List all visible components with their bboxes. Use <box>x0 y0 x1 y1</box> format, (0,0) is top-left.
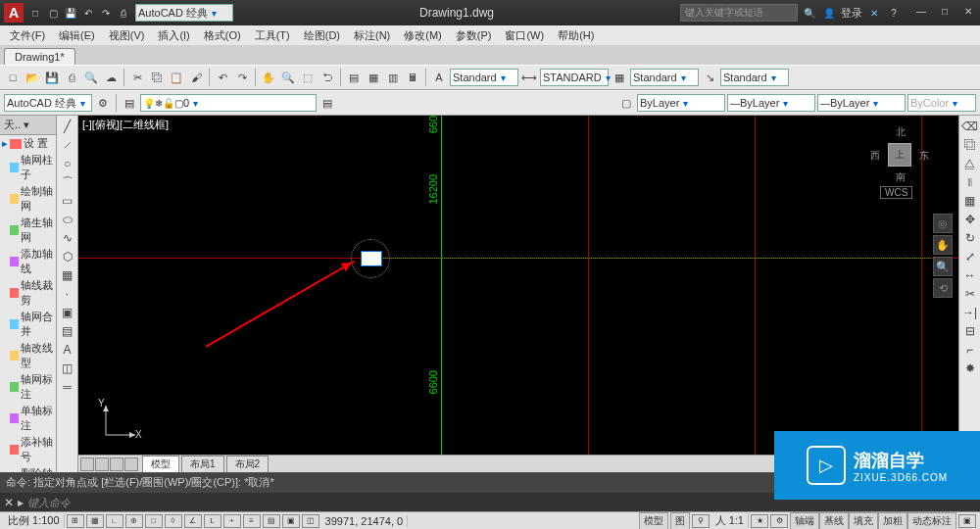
region-icon[interactable]: ◫ <box>59 360 76 377</box>
print-icon[interactable]: ⎙ <box>116 5 131 21</box>
text-style-combo[interactable]: Standard <box>450 69 518 86</box>
save-icon[interactable]: 💾 <box>63 5 78 21</box>
command-input[interactable]: 键入命令 <box>27 496 71 510</box>
menu-item[interactable]: 窗口(W) <box>499 26 550 45</box>
ellipse-icon[interactable]: ⬭ <box>59 211 76 228</box>
spline-icon[interactable]: ∿ <box>59 229 76 247</box>
otrack-toggle[interactable]: ∠ <box>184 514 202 528</box>
panel-title[interactable]: 天.. ▾ <box>0 116 56 135</box>
menu-item[interactable]: 文件(F) <box>4 26 51 45</box>
status-mode-button[interactable]: 加粗 <box>878 512 907 530</box>
user-icon[interactable]: 👤 <box>821 5 837 21</box>
menu-item[interactable]: 格式(O) <box>198 26 247 45</box>
viewcube-east[interactable]: 东 <box>919 149 929 163</box>
app-logo[interactable]: A <box>4 3 24 23</box>
nav-zoom-icon[interactable]: 🔍 <box>933 257 953 276</box>
menu-item[interactable]: 帮助(H) <box>552 26 600 45</box>
annotation-scale[interactable]: 人 1:1 <box>711 513 749 528</box>
ducs-toggle[interactable]: L <box>204 514 221 528</box>
redo-icon[interactable]: ↷ <box>233 69 251 86</box>
menu-item[interactable]: 工具(T) <box>249 26 296 45</box>
offset-icon[interactable]: ⫴ <box>961 173 979 191</box>
drawing-viewport[interactable]: [-][俯视][二维线框] 660 16200 6600 北 西 上 东 南 W… <box>78 116 958 472</box>
mleader-style-combo[interactable]: Standard <box>720 69 789 86</box>
search-input[interactable]: 键入关键字或短语 <box>680 4 798 22</box>
menu-item[interactable]: 编辑(E) <box>53 26 101 45</box>
qp-toggle[interactable]: ▣ <box>282 514 300 528</box>
status-mode-button[interactable]: 动态标注 <box>907 512 956 530</box>
layer-manager-icon[interactable]: ▤ <box>121 94 138 112</box>
undo-icon[interactable]: ↶ <box>214 69 231 86</box>
open-file-icon[interactable]: 📂 <box>24 69 41 86</box>
table-style-combo[interactable]: Standard <box>630 69 699 86</box>
paste-icon[interactable]: 📋 <box>168 69 185 86</box>
view-label[interactable]: [-][俯视][二维线框] <box>82 118 169 132</box>
nav-orbit-icon[interactable]: ⟲ <box>933 278 953 298</box>
arc-icon[interactable]: ⌒ <box>59 173 76 191</box>
clean-screen-icon[interactable]: ▣ <box>958 514 976 528</box>
pline-icon[interactable]: ⟋ <box>59 136 76 154</box>
tablestyle-icon[interactable]: ▦ <box>611 69 628 86</box>
preview-icon[interactable]: 🔍 <box>82 69 100 86</box>
viewcube[interactable]: 北 西 上 东 南 WCS <box>870 125 929 194</box>
publish-icon[interactable]: ☁ <box>102 69 120 86</box>
new-icon[interactable]: □ <box>27 5 43 21</box>
mirror-icon[interactable]: ⧋ <box>961 155 979 172</box>
new-file-icon[interactable]: □ <box>4 69 22 86</box>
polygon-icon[interactable]: ⬡ <box>59 248 76 265</box>
tab-first-icon[interactable]: ⏮ <box>80 457 94 471</box>
annovis-toggle[interactable]: ★ <box>751 514 768 528</box>
copy2-icon[interactable]: ⿻ <box>961 136 979 154</box>
tool-palette-icon[interactable]: ▥ <box>384 69 402 86</box>
zoom-icon[interactable]: 🔍 <box>279 69 297 86</box>
paper-space-button[interactable]: 图 <box>670 512 690 530</box>
status-mode-button[interactable]: 轴端 <box>790 512 819 530</box>
exchange-icon[interactable]: ✕ <box>866 5 882 21</box>
nav-pan-icon[interactable]: ✋ <box>933 235 953 255</box>
doc-tab-active[interactable]: Drawing1* <box>4 48 75 65</box>
block-icon[interactable]: ▣ <box>59 304 76 321</box>
color-icon[interactable]: ▢ <box>617 94 635 112</box>
close-button[interactable]: ✕ <box>960 6 976 20</box>
menu-item[interactable]: 视图(V) <box>103 26 151 45</box>
menu-item[interactable]: 绘图(D) <box>298 26 346 45</box>
extend-icon[interactable]: →| <box>961 304 979 321</box>
lwt-toggle[interactable]: ≡ <box>243 514 261 528</box>
tab-prev-icon[interactable]: ◀ <box>95 457 109 471</box>
cut-icon[interactable]: ✂ <box>128 69 146 86</box>
panel-item[interactable]: 单轴标注 <box>0 403 56 434</box>
stretch-icon[interactable]: ↔ <box>961 266 979 284</box>
panel-item[interactable]: 墙生轴网 <box>0 215 56 246</box>
tab-next-icon[interactable]: ▶ <box>110 457 123 471</box>
status-mode-button[interactable]: 填充 <box>849 512 878 530</box>
layout1-tab[interactable]: 布局1 <box>181 456 224 473</box>
ws-toggle[interactable]: ⚙ <box>770 514 788 528</box>
grid-toggle[interactable]: ▦ <box>86 514 104 528</box>
ucs-icon[interactable]: X Y <box>98 404 137 443</box>
undo-icon[interactable]: ↶ <box>80 5 96 21</box>
layer-combo[interactable]: 💡❄🔓▢ 0 <box>140 94 317 112</box>
polar-toggle[interactable]: ⊕ <box>125 514 143 528</box>
explode-icon[interactable]: ✸ <box>961 360 979 377</box>
gear-icon[interactable]: ⚙ <box>94 94 112 112</box>
open-icon[interactable]: ▢ <box>45 5 61 21</box>
viewcube-west[interactable]: 西 <box>870 149 880 163</box>
text-icon[interactable]: A <box>59 341 76 359</box>
workspace-combo-2[interactable]: AutoCAD 经典 <box>4 94 92 112</box>
fillet-icon[interactable]: ⌐ <box>961 341 979 359</box>
mline-icon[interactable]: ═ <box>59 378 76 396</box>
osnap-toggle[interactable]: □ <box>145 514 163 528</box>
color-combo[interactable]: ByLayer <box>637 94 725 112</box>
viewcube-south[interactable]: 南 <box>896 170 906 184</box>
calc-icon[interactable]: 🖩 <box>404 69 421 86</box>
menu-item[interactable]: 修改(M) <box>398 26 448 45</box>
move-icon[interactable]: ✥ <box>961 211 979 228</box>
status-mode-button[interactable]: 基线 <box>819 512 849 530</box>
menu-item[interactable]: 标注(N) <box>348 26 396 45</box>
scale-display[interactable]: 比例 1:100 <box>4 513 65 528</box>
menu-item[interactable]: 参数(P) <box>450 26 498 45</box>
sc-toggle[interactable]: ◫ <box>302 514 319 528</box>
properties-icon[interactable]: ▤ <box>345 69 363 86</box>
zoom-prev-icon[interactable]: ⮌ <box>318 69 336 86</box>
lineweight-combo[interactable]: — ByLayer <box>817 94 906 112</box>
